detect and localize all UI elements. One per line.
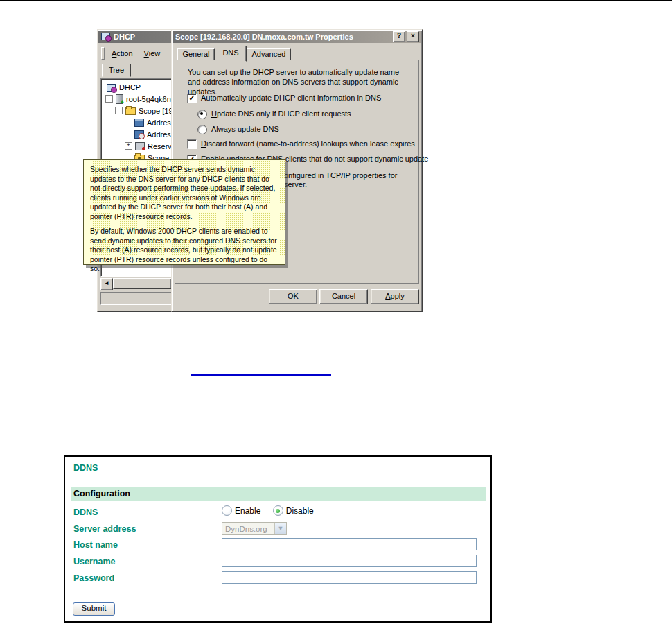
tree-item-label: DHCP [119, 83, 141, 92]
expand-icon[interactable]: + [125, 142, 132, 150]
tree-item-address-pool[interactable]: Addres [103, 116, 171, 128]
empty-hyperlink[interactable] [191, 366, 331, 376]
tree-item-label: Addres [147, 130, 171, 139]
menu-action[interactable]: Action [112, 49, 133, 58]
option-label: Automatically update DHCP client informa… [201, 94, 381, 102]
reservations-icon [135, 142, 145, 150]
tree-item-scope[interactable]: - Scope [192 [103, 105, 171, 116]
tree-item-server[interactable]: - ▲ root-5g4qk6nd [103, 93, 171, 105]
address-leases-icon [134, 130, 144, 139]
tooltip-paragraph-1: Specifies whether the DHCP server sends … [90, 165, 278, 221]
option-label: Discard forward (name-to-address) lookup… [201, 139, 415, 148]
server-address-value: DynDns.org [222, 525, 274, 533]
cancel-button[interactable]: Cancel [319, 289, 368, 304]
status-bar [100, 292, 173, 305]
page-top-rule [0, 0, 672, 1]
obscured-dialog-text: onfigured in TCP/IP properties for serve… [284, 171, 397, 189]
server-address-select[interactable]: DynDns.org ▼ [222, 522, 287, 535]
disable-radio-label[interactable]: Disable [286, 506, 314, 516]
submit-button[interactable]: Submit [73, 602, 115, 616]
tab-dns[interactable]: DNS [215, 46, 247, 62]
dialog-titlebar[interactable]: Scope [192.168.20.0] DN.moxa.com.tw Prop… [173, 31, 421, 43]
obscured-line-2: server. [284, 180, 397, 189]
ddns-label: DDNS [73, 507, 98, 517]
disable-radio[interactable] [273, 505, 283, 516]
tree-item-label: Addres [147, 119, 171, 127]
enable-radio[interactable] [222, 505, 232, 516]
address-pool-icon [134, 119, 144, 127]
obscured-line-1: onfigured in TCP/IP properties for [284, 171, 397, 180]
help-button[interactable]: ? [393, 31, 405, 42]
tree-horizontal-scrollbar[interactable]: ◄ [100, 278, 172, 289]
dhcp-console-icon [107, 83, 116, 92]
dhcp-app-icon [101, 33, 111, 41]
checkbox-checked-icon[interactable]: ✓ [187, 94, 197, 103]
context-help-tooltip: Specifies whether the DHCP server sends … [83, 159, 285, 265]
document-page: DHCP Action View Tree DHCP - ▲ root-5g4q… [0, 0, 672, 626]
dns-tab-intro-text: You can set up the DHCP server to automa… [188, 67, 412, 96]
checkbox-icon[interactable] [187, 139, 197, 149]
form-divider [71, 593, 484, 593]
server-icon: ▲ [116, 94, 123, 104]
option-discard-forward[interactable]: Discard forward (name-to-address) lookup… [187, 139, 415, 149]
dropdown-arrow-icon[interactable]: ▼ [274, 523, 286, 534]
collapse-icon[interactable]: - [105, 95, 113, 103]
scrollbar-thumb[interactable] [113, 278, 172, 289]
tree-item-dhcp-root[interactable]: DHCP [103, 81, 171, 93]
close-button[interactable]: × [407, 31, 419, 42]
enable-radio-label[interactable]: Enable [235, 506, 260, 516]
apply-button[interactable]: Apply [371, 289, 419, 304]
configuration-section-header: Configuration [71, 487, 486, 501]
password-input[interactable] [222, 571, 477, 584]
host-name-label: Host name [73, 540, 118, 550]
option-auto-update[interactable]: ✓ Automatically update DHCP client infor… [187, 94, 381, 103]
form-title: DDNS [73, 463, 98, 473]
radio-icon[interactable] [197, 125, 207, 134]
toolbar-grip[interactable] [101, 47, 105, 60]
password-label: Password [73, 573, 114, 583]
dialog-title: Scope [192.168.20.0] DN.moxa.com.tw Prop… [175, 33, 391, 41]
option-label: Always update DNS [211, 125, 279, 133]
option-update-only-if-requested[interactable]: Update DNS only if DHCP client requests [197, 110, 351, 119]
option-label: Update DNS only if DHCP client requests [211, 110, 351, 118]
dhcp-window-title: DHCP [114, 33, 135, 41]
ok-button[interactable]: OK [269, 289, 317, 304]
ddns-radio-group: Enable Disable [222, 505, 314, 516]
tree-item-label: Reserv [148, 142, 171, 150]
server-address-label: Server address [73, 524, 136, 534]
tree-item-address-leases[interactable]: Addres [103, 128, 171, 140]
tooltip-paragraph-2: By default, Windows 2000 DHCP clients ar… [90, 227, 278, 274]
tree-item-label: root-5g4qk6nd [126, 95, 171, 103]
collapse-icon[interactable]: - [115, 107, 123, 114]
scroll-left-button[interactable]: ◄ [100, 278, 113, 290]
option-always-update[interactable]: Always update DNS [197, 125, 279, 134]
username-label: Username [73, 557, 115, 566]
open-folder-icon [125, 107, 136, 115]
ddns-form-panel: DDNS Configuration DDNS Enable Disable S… [64, 455, 492, 623]
radio-selected-icon[interactable] [197, 110, 207, 119]
host-name-input[interactable] [222, 538, 477, 550]
tree-item-reservations[interactable]: + Reserv [103, 140, 171, 152]
username-input[interactable] [222, 555, 477, 567]
menu-view[interactable]: View [144, 49, 161, 58]
tree-item-label: Scope [192 [139, 107, 171, 115]
